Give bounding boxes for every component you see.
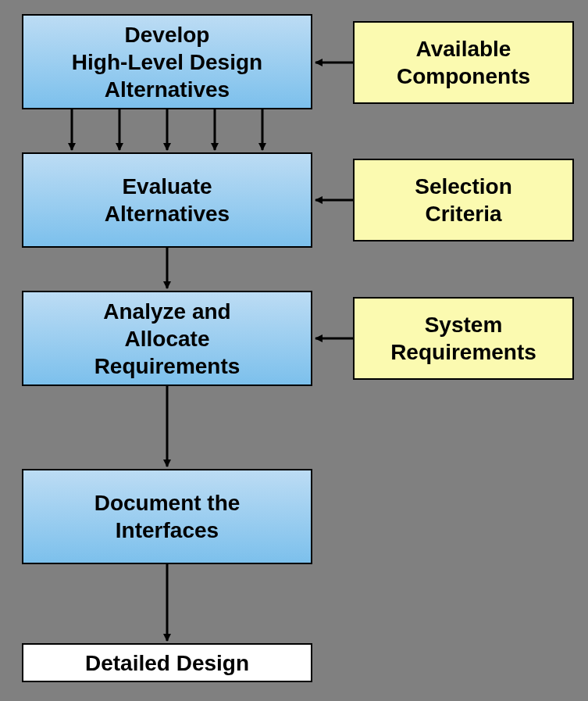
output-detailed-label: Detailed Design — [85, 649, 249, 677]
process-develop-label: DevelopHigh-Level DesignAlternatives — [72, 21, 262, 103]
input-available: AvailableComponents — [353, 21, 574, 104]
process-document-label: Document theInterfaces — [94, 489, 241, 544]
process-evaluate-label: EvaluateAlternatives — [105, 173, 230, 227]
input-available-label: AvailableComponents — [397, 35, 530, 90]
process-evaluate: EvaluateAlternatives — [22, 152, 312, 248]
input-system: SystemRequirements — [353, 297, 574, 380]
input-system-label: SystemRequirements — [390, 311, 536, 366]
output-detailed: Detailed Design — [22, 643, 312, 682]
input-selection: SelectionCriteria — [353, 159, 574, 241]
input-selection-label: SelectionCriteria — [415, 173, 511, 227]
process-develop: DevelopHigh-Level DesignAlternatives — [22, 14, 312, 109]
process-analyze-label: Analyze andAllocateRequirements — [94, 298, 241, 380]
process-document: Document theInterfaces — [22, 469, 312, 564]
process-analyze: Analyze andAllocateRequirements — [22, 291, 312, 386]
